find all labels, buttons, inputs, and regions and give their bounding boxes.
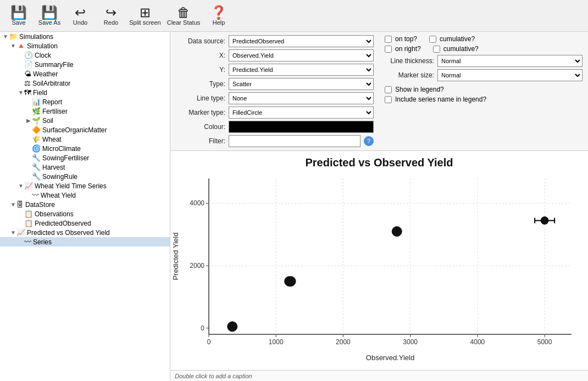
expand-icon[interactable]: ▼ <box>18 89 24 96</box>
expand-icon[interactable] <box>25 145 32 152</box>
sidebar-item-simulations[interactable]: ▼ 📁 Simulations <box>0 32 170 41</box>
expand-icon[interactable] <box>25 164 32 170</box>
cumulative2-checkbox[interactable] <box>433 46 440 53</box>
main-layout: ▼ 📁 Simulations ▼ 🔺 Simulation 🕐 Clock 📄… <box>0 32 588 381</box>
clear-status-label: Clear Status <box>167 19 201 26</box>
sidebar-item-observations[interactable]: 📋 Observations <box>0 209 170 218</box>
expand-icon[interactable] <box>18 211 24 217</box>
filter-label: Filter: <box>176 137 225 145</box>
tree-node-label: Wheat <box>42 136 62 143</box>
sidebar-item-predictedobserved[interactable]: 📋 PredictedObserved <box>0 218 170 228</box>
sidebar-item-harvest[interactable]: 🔧 Harvest <box>0 163 170 172</box>
sidebar-item-field[interactable]: ▼ 🗺 Field <box>0 88 170 97</box>
tree-node-icon: 📈 <box>24 182 33 190</box>
onright-row: on right? cumulative? <box>385 45 583 53</box>
expand-icon[interactable] <box>18 220 24 226</box>
tree-node-icon: 📋 <box>24 210 33 218</box>
clear-status-button[interactable]: 🗑 Clear Status <box>165 5 202 27</box>
sidebar-item-wheat-yield[interactable]: 〰 Wheat Yield <box>0 190 170 200</box>
tree-node-icon: 🌀 <box>32 144 41 153</box>
sidebar-item-simulation[interactable]: ▼ 🔺 Simulation <box>0 41 170 51</box>
sidebar-item-surfaceorganicmatter[interactable]: 🔶 SurfaceOrganicMatter <box>0 125 170 135</box>
ontop-checkbox[interactable] <box>385 36 392 43</box>
save-icon: 💾 <box>10 6 27 19</box>
sidebar-item-wheat-yield-time-series[interactable]: ▼ 📈 Wheat Yield Time Series <box>0 181 170 190</box>
sidebar-item-microclimate[interactable]: 🌀 MicroClimate <box>0 144 170 153</box>
sidebar: ▼ 📁 Simulations ▼ 🔺 Simulation 🕐 Clock 📄… <box>0 32 170 381</box>
x-row: X: Observed.Yield <box>176 49 374 61</box>
sidebar-item-clock[interactable]: 🕐 Clock <box>0 51 170 60</box>
undo-button[interactable]: ↩ Undo <box>66 5 95 27</box>
datasource-row: Data source: PredictedObserved <box>176 35 374 47</box>
save-button[interactable]: 💾 Save <box>4 5 33 27</box>
expand-icon[interactable]: ▶ <box>25 117 32 124</box>
sidebar-item-datastore[interactable]: ▼ 🗄 DataStore <box>0 200 170 209</box>
split-screen-button[interactable]: ⊞ Split screen <box>127 5 163 27</box>
clear-status-icon: 🗑 <box>177 6 190 19</box>
datasource-select[interactable]: PredictedObserved <box>229 35 374 47</box>
cumulative1-label: cumulative? <box>440 35 475 43</box>
sidebar-item-series[interactable]: 〰 Series <box>0 237 170 246</box>
redo-icon: ↪ <box>106 6 117 19</box>
tree-node-label: Simulations <box>19 33 53 41</box>
filter-input[interactable] <box>229 135 360 147</box>
svg-text:3000: 3000 <box>403 338 418 346</box>
expand-icon[interactable] <box>25 155 32 161</box>
expand-icon[interactable]: ▼ <box>10 43 16 49</box>
expand-icon[interactable] <box>18 52 24 58</box>
undo-icon: ↩ <box>75 6 86 19</box>
sidebar-item-weather[interactable]: 🌤 Weather <box>0 69 170 79</box>
sidebar-item-predicted-vs-observed[interactable]: ▼ 📈 Predicted vs Observed Yield <box>0 228 170 237</box>
expand-icon[interactable]: ▼ <box>10 201 16 208</box>
showinlegend-label: Show in legend? <box>395 86 444 93</box>
sidebar-item-sowingrule[interactable]: 🔧 SowingRule <box>0 172 170 181</box>
expand-icon[interactable] <box>25 173 32 180</box>
markersize-label: Marker size: <box>385 71 434 79</box>
expand-icon[interactable] <box>18 239 24 245</box>
expand-icon[interactable] <box>18 61 24 68</box>
sidebar-item-report[interactable]: 📊 Report <box>0 97 170 107</box>
sidebar-item-summaryfile[interactable]: 📄 SummaryFile <box>0 60 170 69</box>
expand-icon[interactable] <box>25 136 32 142</box>
expand-icon[interactable] <box>25 127 32 133</box>
onright-checkbox[interactable] <box>385 46 392 53</box>
markersize-select[interactable]: Normal <box>437 69 583 81</box>
cumulative1-checkbox[interactable] <box>429 36 436 43</box>
y-select[interactable]: Predicted.Yield <box>229 64 374 76</box>
expand-icon[interactable]: ▼ <box>2 33 9 40</box>
sidebar-item-sowingfertiliser[interactable]: 🔧 SowingFertiliser <box>0 153 170 163</box>
redo-button[interactable]: ↪ Redo <box>97 5 125 27</box>
sidebar-item-fertiliser[interactable]: 🌿 Fertiliser <box>0 107 170 116</box>
linetype-select[interactable]: None <box>229 92 374 104</box>
expand-icon[interactable]: ▼ <box>18 183 24 189</box>
caption-bar[interactable]: Double click to add a caption <box>170 370 588 381</box>
expand-icon[interactable] <box>25 192 32 198</box>
sidebar-item-soil[interactable]: ▶ 🌱 Soil <box>0 116 170 125</box>
tree-node-label: Report <box>42 98 62 106</box>
type-select[interactable]: Scatter <box>229 78 374 90</box>
sidebar-item-wheat[interactable]: 🌾 Wheat <box>0 135 170 144</box>
tree-node-icon: 📁 <box>9 32 18 41</box>
tree-node-icon: 🔧 <box>32 163 41 171</box>
expand-icon[interactable]: ▼ <box>10 229 16 236</box>
colour-picker[interactable] <box>229 121 374 133</box>
svg-text:Observed.Yield: Observed.Yield <box>366 354 414 362</box>
expand-icon[interactable] <box>25 108 32 114</box>
expand-icon[interactable] <box>18 71 24 77</box>
tree-node-icon: 🌱 <box>32 116 41 125</box>
expand-icon[interactable] <box>25 99 32 105</box>
tree-node-label: Harvest <box>42 164 65 171</box>
tree-node-label: DataStore <box>25 201 55 209</box>
thickness-select[interactable]: Normal <box>437 55 583 67</box>
save-as-button[interactable]: 💾 Save As <box>35 5 64 27</box>
tree-node-label: SowingRule <box>42 173 77 181</box>
includeseriesname-checkbox[interactable] <box>385 96 392 103</box>
x-select[interactable]: Observed.Yield <box>229 49 374 61</box>
markertype-select[interactable]: FilledCircle <box>229 107 374 119</box>
expand-icon[interactable] <box>18 80 24 86</box>
filter-help-button[interactable]: ? <box>364 136 374 146</box>
save-as-icon: 💾 <box>41 6 58 19</box>
showinlegend-checkbox[interactable] <box>385 86 392 93</box>
sidebar-item-soilarbitrator[interactable]: ⚖ SoilArbitrator <box>0 79 170 88</box>
help-button[interactable]: ❓ Help <box>204 5 233 27</box>
